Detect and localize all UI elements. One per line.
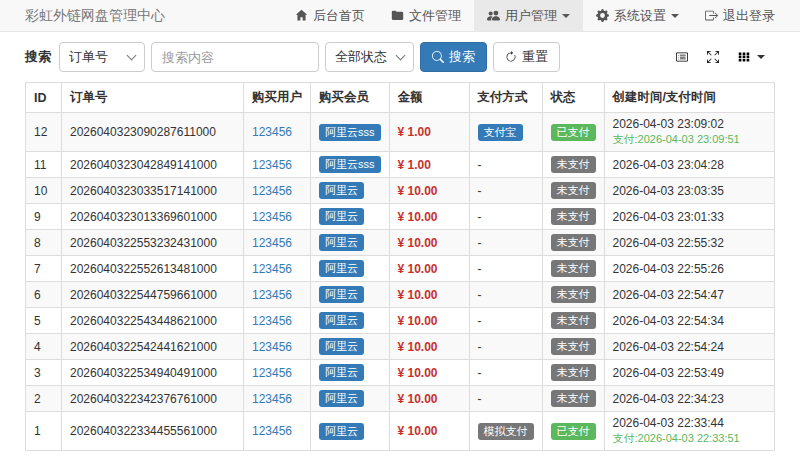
cell-buyer: 123456: [244, 412, 311, 451]
cell-buyer: 123456: [244, 230, 311, 256]
cell-time: 2026-04-03 22:34:23: [604, 386, 775, 412]
buyer-link[interactable]: 123456: [252, 184, 292, 198]
cell-pay-method: -: [469, 152, 542, 178]
cell-pay-method: -: [469, 308, 542, 334]
cell-status: 已支付: [542, 412, 604, 451]
created-time: 2026-04-03 22:55:26: [613, 262, 767, 276]
cell-amount: ¥ 1.00: [389, 152, 469, 178]
chevron-down-icon: [757, 55, 765, 63]
cell-order-no: 2026040323090287611000: [62, 113, 244, 152]
detail-view-button[interactable]: [666, 42, 698, 72]
cell-amount: ¥ 10.00: [389, 230, 469, 256]
buyer-link[interactable]: 123456: [252, 262, 292, 276]
cell-amount: ¥ 1.00: [389, 113, 469, 152]
plan-badge: 阿里云: [319, 260, 364, 277]
columns-button[interactable]: [728, 42, 775, 72]
cell-plan: 阿里云: [311, 360, 390, 386]
cell-plan: 阿里云: [311, 386, 390, 412]
cell-status: 未支付: [542, 256, 604, 282]
cell-pay-method: -: [469, 360, 542, 386]
cell-amount: ¥ 10.00: [389, 360, 469, 386]
cell-amount: ¥ 10.00: [389, 412, 469, 451]
cell-buyer: 123456: [244, 178, 311, 204]
status-badge: 未支付: [551, 260, 596, 277]
nav-item-home[interactable]: 后台首页: [282, 0, 378, 31]
cell-id: 2: [26, 386, 62, 412]
refresh-icon: [505, 51, 517, 63]
created-time: 2026-04-03 22:34:23: [613, 392, 767, 406]
cell-status: 未支付: [542, 152, 604, 178]
cell-order-no: 2026040322534940491000: [62, 360, 244, 386]
search-button[interactable]: 搜索: [420, 42, 487, 72]
columns-icon: [738, 51, 750, 63]
table-toolbar: [666, 42, 775, 72]
search-label: 搜索: [25, 48, 51, 66]
cell-order-no: 2026040323042849141000: [62, 152, 244, 178]
buyer-link[interactable]: 123456: [252, 288, 292, 302]
cell-buyer: 123456: [244, 334, 311, 360]
buyer-link[interactable]: 123456: [252, 424, 292, 438]
cell-amount: ¥ 10.00: [389, 256, 469, 282]
buyer-link[interactable]: 123456: [252, 314, 292, 328]
search-button-label: 搜索: [449, 48, 475, 66]
nav-item-label: 文件管理: [409, 7, 461, 25]
nav-item-label: 后台首页: [313, 7, 365, 25]
buyer-link[interactable]: 123456: [252, 158, 292, 172]
buyer-link[interactable]: 123456: [252, 125, 292, 139]
plan-badge: 阿里云: [319, 364, 364, 381]
cell-buyer: 123456: [244, 256, 311, 282]
created-time: 2026-04-03 23:04:28: [613, 158, 767, 172]
plan-badge: 阿里云: [319, 312, 364, 329]
nav-item-logout[interactable]: 退出登录: [692, 0, 788, 31]
cell-order-no: 2026040322544759661000: [62, 282, 244, 308]
table-row: 72026040322552613481000123456阿里云¥ 10.00-…: [26, 256, 775, 282]
created-time: 2026-04-03 23:03:35: [613, 184, 767, 198]
cell-order-no: 2026040323033517141000: [62, 178, 244, 204]
buyer-link[interactable]: 123456: [252, 392, 292, 406]
reset-button-label: 重置: [522, 48, 548, 66]
table-row: 12026040322334455561000123456阿里云¥ 10.00模…: [26, 412, 775, 451]
status-filter-select[interactable]: 全部状态: [325, 42, 414, 72]
buyer-link[interactable]: 123456: [252, 340, 292, 354]
cell-status: 未支付: [542, 178, 604, 204]
nav-item-settings[interactable]: 系统设置: [583, 0, 692, 31]
cell-status: 未支付: [542, 282, 604, 308]
buyer-link[interactable]: 123456: [252, 366, 292, 380]
plan-badge: 阿里云: [319, 423, 364, 440]
cell-time: 2026-04-03 23:04:28: [604, 152, 775, 178]
column-header: 状态: [542, 83, 604, 113]
cell-buyer: 123456: [244, 386, 311, 412]
nav-item-files[interactable]: 文件管理: [378, 0, 474, 31]
navbar: 彩虹外链网盘管理中心 后台首页 文件管理 用户管理 系统设置 退出登录: [0, 0, 800, 32]
status-badge: 未支付: [551, 286, 596, 303]
plan-badge: 阿里云: [319, 208, 364, 225]
column-header: 创建时间/支付时间: [604, 83, 775, 113]
cell-amount: ¥ 10.00: [389, 308, 469, 334]
nav-item-users[interactable]: 用户管理: [474, 0, 583, 31]
nav-item-label: 退出登录: [723, 7, 775, 25]
cell-plan: 阿里云: [311, 334, 390, 360]
created-time: 2026-04-03 23:01:33: [613, 210, 767, 224]
orders-table: ID订单号购买用户购买会员金额支付方式状态创建时间/支付时间 122026040…: [25, 82, 775, 451]
cell-order-no: 2026040322552613481000: [62, 256, 244, 282]
search-field-select[interactable]: 订单号: [59, 42, 145, 72]
plan-badge: 阿里云: [319, 390, 364, 407]
cell-plan: 阿里云sss: [311, 152, 390, 178]
reset-button[interactable]: 重置: [493, 42, 560, 72]
buyer-link[interactable]: 123456: [252, 210, 292, 224]
created-time: 2026-04-03 23:09:02: [613, 117, 767, 131]
search-input[interactable]: [151, 42, 319, 72]
cell-plan: 阿里云: [311, 308, 390, 334]
cell-status: 未支付: [542, 230, 604, 256]
nav-item-label: 用户管理: [505, 7, 557, 25]
cell-amount: ¥ 10.00: [389, 204, 469, 230]
fullscreen-button[interactable]: [697, 42, 729, 72]
cell-order-no: 2026040322342376761000: [62, 386, 244, 412]
buyer-link[interactable]: 123456: [252, 236, 292, 250]
cell-id: 8: [26, 230, 62, 256]
status-badge: 未支付: [551, 338, 596, 355]
status-badge: 未支付: [551, 156, 596, 173]
cell-plan: 阿里云: [311, 204, 390, 230]
nav-menu: 后台首页 文件管理 用户管理 系统设置 退出登录: [282, 0, 788, 31]
cell-pay-method: -: [469, 386, 542, 412]
